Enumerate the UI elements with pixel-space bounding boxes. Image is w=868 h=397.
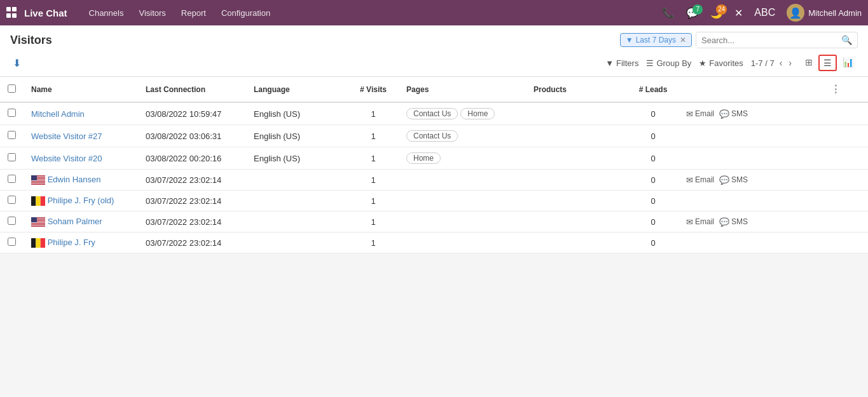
row-language [246, 191, 348, 212]
row-products [526, 232, 628, 253]
svg-rect-9 [31, 182, 45, 182]
nav-report[interactable]: Report [174, 0, 214, 25]
action-sms-link[interactable]: 💬SMS [719, 175, 748, 185]
svg-rect-32 [36, 238, 40, 248]
visitor-link-6[interactable]: Soham Palmer [48, 217, 102, 226]
visitor-link-7[interactable]: Philipe J. Fry [48, 238, 95, 247]
table-container: Name Last Connection Language # Visits P… [0, 77, 868, 253]
phone-icon-btn[interactable]: 📞 [658, 4, 679, 22]
visitor-link-1[interactable]: Mitchell Admin [31, 109, 85, 119]
action-icon: 💬 [719, 109, 729, 119]
kanban-view-button[interactable]: ⊞ [801, 55, 817, 71]
chat-icon-btn[interactable]: 💬 7 [682, 4, 703, 22]
next-page-button[interactable]: › [787, 57, 793, 69]
svg-rect-27 [31, 225, 45, 225]
row-checkbox-4[interactable] [8, 175, 16, 183]
star-icon: ★ [699, 58, 706, 68]
row-checkbox-2[interactable] [8, 131, 16, 139]
action-icon: ✉ [686, 217, 693, 227]
row-name: Soham Palmer [24, 212, 138, 232]
visitor-link-2[interactable]: Website Visitor #27 [31, 131, 102, 141]
row-language [246, 232, 348, 253]
svg-rect-8 [31, 181, 45, 182]
app-title: Live Chat [24, 8, 67, 18]
page-tag: Contact Us [406, 108, 458, 119]
table-row: Soham Palmer 03/07/2022 23:02:1410✉Email… [0, 212, 868, 232]
row-actions: ✉Email💬SMS [679, 102, 823, 125]
action-email-link[interactable]: ✉Email [686, 109, 714, 119]
table-row: Website Visitor #27 03/08/2022 03:06:31E… [0, 125, 868, 147]
apps-menu-icon[interactable] [6, 7, 18, 18]
row-actions [679, 147, 823, 170]
search-input-wrap: 🔍 [696, 32, 858, 48]
row-last-connection: 03/07/2022 23:02:14 [138, 170, 246, 191]
select-all-checkbox[interactable] [8, 84, 16, 93]
nav-configuration[interactable]: Configuration [214, 0, 278, 25]
nav-channels[interactable]: Channels [81, 0, 132, 25]
row-checkbox-7[interactable] [8, 238, 16, 246]
download-button[interactable]: ⬇ [10, 56, 24, 71]
action-sms-link[interactable]: 💬SMS [719, 217, 748, 227]
user-area[interactable]: 👤 Mitchell Admin [787, 4, 862, 22]
row-more [823, 170, 868, 191]
filters-button[interactable]: ▼ Filters [605, 58, 638, 68]
row-more [823, 147, 868, 170]
row-visits: 1 [348, 147, 399, 170]
table-header-row: Name Last Connection Language # Visits P… [0, 77, 868, 102]
table-row: Philipe J. Fry (old) 03/07/2022 23:02:14… [0, 191, 868, 212]
row-leads: 0 [628, 170, 679, 191]
groupby-button[interactable]: ☰ Group By [646, 58, 691, 68]
svg-rect-7 [31, 180, 45, 181]
row-pages [399, 212, 526, 232]
favorites-button[interactable]: ★ Favorites [699, 58, 743, 68]
close-icon-btn[interactable]: ✕ [731, 4, 747, 22]
col-header-actions [679, 77, 823, 102]
row-more [823, 212, 868, 232]
groupby-icon: ☰ [646, 58, 654, 68]
action-sms-link[interactable]: 💬SMS [719, 109, 748, 119]
action-email-link[interactable]: ✉Email [686, 217, 714, 227]
row-leads: 0 [628, 232, 679, 253]
filter-remove-icon[interactable]: ✕ [680, 36, 686, 44]
search-button[interactable]: 🔍 [836, 32, 857, 48]
action-icon: 💬 [719, 217, 729, 227]
chart-view-button[interactable]: 📊 [838, 55, 858, 71]
visitor-link-5[interactable]: Philipe J. Fry (old) [48, 196, 114, 205]
svg-rect-10 [31, 183, 45, 184]
search-area: ▼ Last 7 Days ✕ 🔍 [620, 32, 858, 48]
filters-label: Filters [616, 58, 638, 68]
row-language [246, 212, 348, 232]
col-header-name: Name [24, 77, 138, 102]
row-more [823, 232, 868, 253]
nav-visitors[interactable]: Visitors [131, 0, 173, 25]
visitor-link-3[interactable]: Website Visitor #20 [31, 154, 102, 163]
moon-icon-btn[interactable]: 🌙 24 [706, 4, 727, 22]
groupby-label: Group By [656, 58, 691, 68]
search-input[interactable] [696, 33, 836, 48]
row-checkbox-3[interactable] [8, 153, 16, 161]
visitor-link-4[interactable]: Edwin Hansen [48, 175, 101, 184]
row-checkbox-1[interactable] [8, 109, 16, 117]
page-header: Visitors ▼ Last 7 Days ✕ 🔍 ⬇ ▼ Filters [0, 25, 868, 77]
prev-page-button[interactable]: ‹ [778, 57, 784, 69]
abc-btn[interactable]: ABC [750, 4, 779, 21]
row-checkbox-6[interactable] [8, 217, 16, 225]
row-pages [399, 232, 526, 253]
user-avatar: 👤 [787, 4, 804, 22]
abc-label: ABC [754, 7, 775, 18]
row-last-connection: 03/08/2022 10:59:47 [138, 102, 246, 125]
filter-tag-last7days[interactable]: ▼ Last 7 Days ✕ [620, 33, 692, 47]
toolbar-row: ⬇ ▼ Filters ☰ Group By ★ Favorites 1-7 /… [10, 52, 858, 76]
filter-icon: ▼ [626, 36, 633, 44]
top-nav: Live Chat Channels Visitors Report Confi… [0, 0, 868, 25]
list-view-button[interactable]: ☰ [818, 55, 837, 71]
row-actions [679, 232, 823, 253]
action-email-link[interactable]: ✉Email [686, 175, 714, 185]
row-actions [679, 191, 823, 212]
row-name: Website Visitor #20 [24, 147, 138, 170]
row-visits: 1 [348, 170, 399, 191]
row-checkbox-5[interactable] [8, 196, 16, 204]
row-pages: Home [399, 147, 526, 170]
column-options-icon[interactable]: ⋮ [830, 84, 841, 95]
row-products [526, 170, 628, 191]
